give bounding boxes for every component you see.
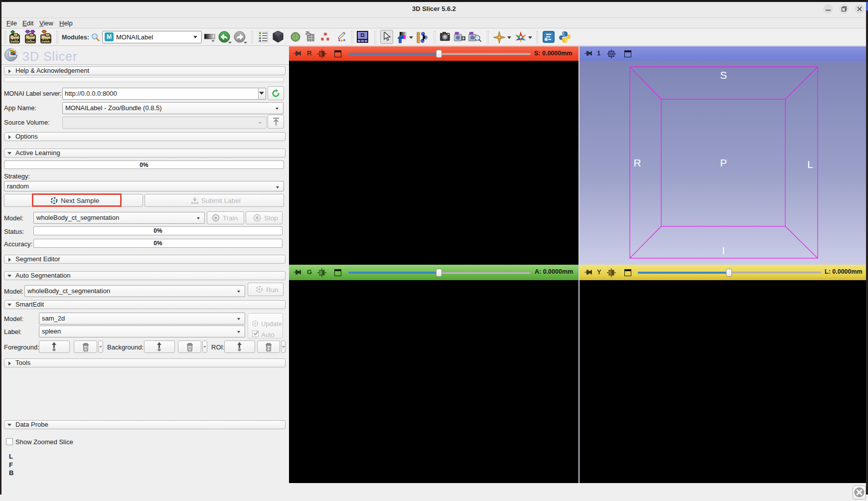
svg-text:S: S bbox=[720, 69, 727, 81]
svg-text:I: I bbox=[722, 245, 725, 256]
svg-text:DATA: DATA bbox=[9, 38, 20, 42]
svg-text:L: L bbox=[807, 159, 813, 170]
svg-text:SAVE: SAVE bbox=[40, 38, 51, 42]
svg-text:DCM: DCM bbox=[26, 38, 35, 42]
svg-text:P: P bbox=[720, 157, 727, 168]
svg-text:R: R bbox=[633, 157, 641, 168]
